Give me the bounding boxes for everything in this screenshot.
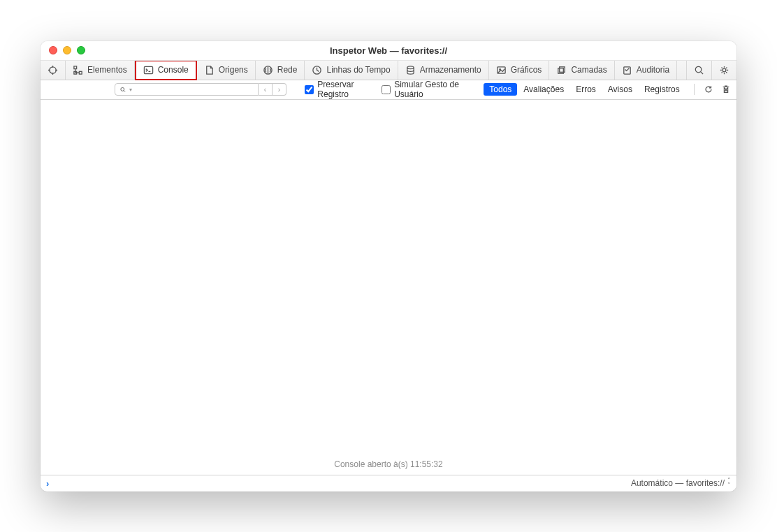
trash-icon	[721, 84, 731, 94]
tab-label: Elementos	[87, 65, 127, 75]
preserve-log-label: Preservar Registro	[317, 80, 376, 99]
svg-point-23	[121, 87, 124, 91]
elements-icon	[73, 65, 83, 75]
log-level-filters: Todos Avaliações Erros Avisos Registros	[484, 83, 685, 96]
reload-icon	[704, 84, 713, 94]
tab-elementos[interactable]: Elementos	[66, 61, 135, 80]
clear-button[interactable]	[720, 82, 732, 96]
tab-armazenamento[interactable]: Armazenamento	[398, 61, 489, 80]
window-close-button[interactable]	[49, 46, 57, 54]
web-inspector-window: Inspetor Web — favorites:// Elementos Co…	[41, 41, 736, 492]
console-filter-bar: ▾ ‹ › Preservar Registro Simular Gesto d…	[41, 80, 736, 100]
tab-label: Linhas do Tempo	[326, 65, 390, 75]
titlebar: Inspetor Web — favorites://	[41, 41, 736, 61]
tab-label: Rede	[277, 65, 298, 75]
filter-all[interactable]: Todos	[484, 83, 517, 96]
simulate-gesture-label: Simular Gesto de Usuário	[394, 80, 475, 99]
tab-rede[interactable]: Rede	[256, 61, 305, 80]
search-next-button[interactable]: ›	[273, 83, 286, 96]
chevron-updown-icon: ˄˅	[727, 478, 731, 488]
graphics-icon	[496, 65, 507, 75]
execution-context-selector[interactable]: Automático — favorites:// ˄˅	[631, 478, 731, 488]
tab-console[interactable]: Console	[135, 60, 197, 80]
filter-warnings[interactable]: Avisos	[602, 83, 638, 96]
tab-label: Armazenamento	[420, 65, 481, 75]
svg-rect-5	[74, 66, 77, 68]
svg-line-21	[701, 71, 703, 73]
svg-point-22	[722, 68, 726, 72]
tab-label: Camadas	[571, 65, 607, 75]
prompt-caret-icon[interactable]: ›	[46, 478, 49, 489]
chevron-left-icon: ‹	[264, 86, 266, 94]
simulate-gesture-checkbox[interactable]: Simular Gesto de Usuário	[382, 80, 475, 99]
tab-label: Origens	[219, 65, 248, 75]
timeline-icon	[312, 65, 322, 75]
sources-icon	[204, 65, 215, 75]
console-content: Console aberto à(s) 11:55:32	[41, 100, 736, 475]
chevron-down-icon: ▾	[129, 87, 132, 93]
svg-rect-18	[558, 68, 564, 73]
layers-icon	[556, 65, 567, 75]
storage-icon	[405, 65, 416, 75]
filter-logs[interactable]: Registros	[639, 83, 685, 96]
filter-evaluations[interactable]: Avaliações	[518, 83, 569, 96]
search-prev-button[interactable]: ‹	[259, 83, 273, 96]
network-icon	[263, 65, 273, 75]
filter-search-field[interactable]	[135, 85, 254, 94]
console-icon	[143, 65, 154, 75]
tab-auditoria[interactable]: Auditoria	[615, 61, 677, 80]
chevron-right-icon: ›	[278, 86, 280, 94]
svg-rect-17	[560, 66, 565, 72]
execution-context-label: Automático — favorites://	[631, 478, 725, 488]
preserve-log-checkbox[interactable]: Preservar Registro	[305, 80, 376, 99]
search-icon	[694, 65, 704, 75]
window-minimize-button[interactable]	[63, 46, 71, 54]
reload-button[interactable]	[703, 82, 715, 96]
simulate-gesture-input[interactable]	[382, 85, 391, 94]
svg-rect-10	[144, 66, 152, 73]
search-nav-arrows: ‹ ›	[259, 83, 286, 96]
element-picker-button[interactable]	[41, 61, 66, 80]
search-filter-wrap: ▾ ‹ ›	[115, 82, 286, 96]
window-maximize-button[interactable]	[77, 46, 85, 54]
svg-point-20	[695, 66, 701, 72]
search-icon	[119, 86, 126, 94]
svg-point-14	[407, 66, 413, 68]
preserve-log-input[interactable]	[305, 85, 314, 94]
svg-rect-7	[79, 71, 82, 74]
filter-search-input[interactable]: ▾	[115, 83, 259, 96]
crosshair-icon	[48, 65, 58, 75]
tab-bar: Elementos Console Origens Rede Linhas do…	[41, 61, 736, 80]
svg-line-24	[124, 90, 125, 91]
gear-icon	[719, 65, 729, 75]
tab-linhas-do-tempo[interactable]: Linhas do Tempo	[305, 61, 398, 80]
settings-button[interactable]	[711, 61, 736, 80]
traffic-lights	[49, 46, 85, 54]
tab-origens[interactable]: Origens	[197, 61, 256, 80]
divider	[694, 84, 695, 95]
console-opened-message: Console aberto à(s) 11:55:32	[41, 455, 736, 475]
tab-label: Console	[158, 65, 189, 75]
window-title: Inspetor Web — favorites://	[41, 45, 736, 56]
svg-point-0	[50, 66, 56, 73]
tab-label: Gráficos	[511, 65, 542, 75]
audit-icon	[622, 65, 632, 75]
filter-errors[interactable]: Erros	[570, 83, 602, 96]
tab-label: Auditoria	[637, 65, 669, 75]
search-button[interactable]	[686, 61, 711, 80]
tab-graficos[interactable]: Gráficos	[489, 61, 550, 80]
tab-camadas[interactable]: Camadas	[549, 61, 614, 80]
console-footer: › Automático — favorites:// ˄˅	[41, 475, 736, 492]
